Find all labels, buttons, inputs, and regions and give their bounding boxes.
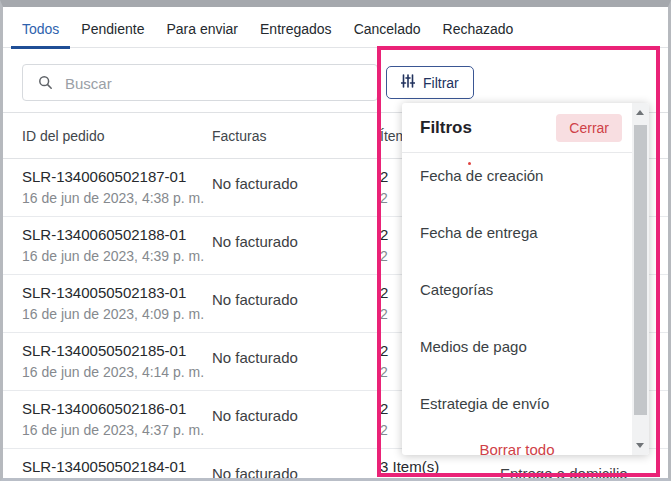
order-date: 16 de jun de 2023, 4:09 p. m. bbox=[22, 306, 212, 322]
filter-panel-content: Filtros Cerrar Fecha de creaciónFecha de… bbox=[402, 103, 632, 458]
order-id: SLR-1340060502186-01 bbox=[22, 400, 212, 417]
invoice-status: No facturado bbox=[212, 333, 380, 390]
column-header: ID del pedido bbox=[22, 128, 212, 144]
orders-app: TodosPendientePara enviarEntregadosCance… bbox=[3, 7, 668, 478]
scroll-down-arrow-icon[interactable] bbox=[636, 443, 644, 448]
panel-scrollbar[interactable] bbox=[632, 103, 649, 455]
order-date: 16 de jun de 2023, 4:38 p. m. bbox=[22, 190, 212, 206]
search-box bbox=[22, 64, 378, 101]
order-date: 16 de jun de 2023, 4:37 p. m. bbox=[22, 422, 212, 438]
filter-item-estrategia-de-envío[interactable]: Estrategia de envío bbox=[402, 381, 632, 438]
tab-rechazado[interactable]: Rechazado bbox=[432, 10, 525, 48]
scrollbar-thumb[interactable] bbox=[634, 125, 647, 415]
filter-item-categorías[interactable]: Categorías bbox=[402, 267, 632, 324]
scroll-up-arrow-icon[interactable] bbox=[636, 110, 644, 115]
tab-para-enviar[interactable]: Para enviar bbox=[155, 10, 249, 48]
tab-cancelado[interactable]: Cancelado bbox=[343, 10, 432, 48]
filter-panel: Filtros Cerrar Fecha de creaciónFecha de… bbox=[402, 103, 649, 455]
order-date: 16 de jun de 2023, 4:14 p. m. bbox=[22, 364, 212, 380]
filter-items: Fecha de creaciónFecha de entregaCategor… bbox=[402, 153, 632, 438]
orders-window: TodosPendientePara enviarEntregadosCance… bbox=[0, 0, 671, 481]
invoice-status: No facturado bbox=[212, 159, 380, 216]
order-id: SLR-1340050502184-01 bbox=[22, 458, 212, 475]
tab-todos[interactable]: Todos bbox=[11, 10, 70, 48]
order-id: SLR-1340060502188-01 bbox=[22, 226, 212, 243]
invoice-status: No facturado bbox=[212, 449, 380, 481]
tab-entregados[interactable]: Entregados bbox=[249, 10, 343, 48]
filter-button[interactable]: Filtrar bbox=[386, 66, 474, 99]
column-header: Facturas bbox=[212, 128, 380, 144]
clear-all-link[interactable]: Borrar todo bbox=[402, 441, 632, 458]
filter-panel-header: Filtros Cerrar bbox=[402, 103, 632, 153]
filter-item-fecha-de-entrega[interactable]: Fecha de entrega bbox=[402, 210, 632, 267]
order-date: 16 de jun de 2023, 4:39 p. m. bbox=[22, 248, 212, 264]
tabs: TodosPendientePara enviarEntregadosCance… bbox=[3, 7, 668, 48]
filter-item-fecha-de-creación[interactable]: Fecha de creación bbox=[402, 153, 632, 210]
order-id: SLR-1340050502183-01 bbox=[22, 284, 212, 301]
invoice-status: No facturado bbox=[212, 217, 380, 274]
tab-pendiente[interactable]: Pendiente bbox=[70, 10, 155, 48]
search-input[interactable] bbox=[63, 65, 367, 102]
filter-panel-title: Filtros bbox=[420, 118, 472, 138]
close-button[interactable]: Cerrar bbox=[556, 114, 622, 142]
filter-item-medios-de-pago[interactable]: Medios de pago bbox=[402, 324, 632, 381]
order-id: SLR-1340050502185-01 bbox=[22, 342, 212, 359]
invoice-status: No facturado bbox=[212, 391, 380, 448]
order-id: SLR-1340060502187-01 bbox=[22, 168, 212, 185]
items-count: 3 Item(s) bbox=[380, 458, 500, 475]
invoice-status: No facturado bbox=[212, 275, 380, 332]
filter-button-label: Filtrar bbox=[423, 75, 459, 91]
search-icon bbox=[38, 75, 53, 94]
sliders-icon bbox=[401, 74, 415, 91]
